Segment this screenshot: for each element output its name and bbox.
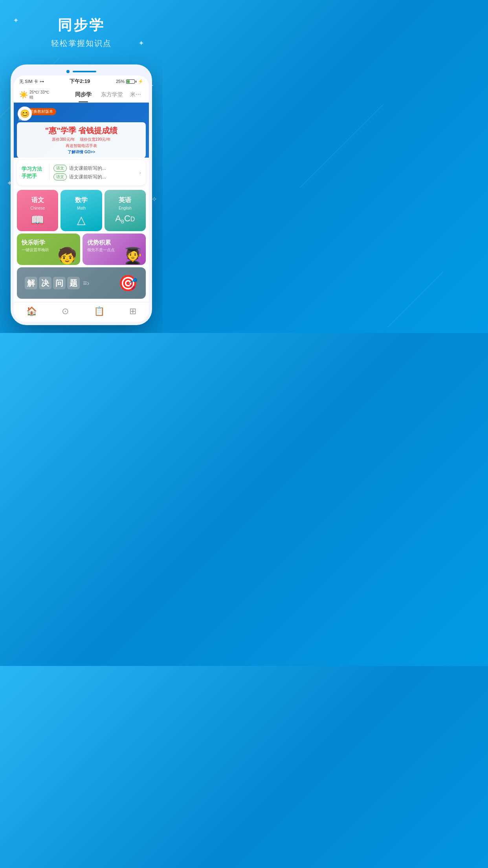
promo-title: "惠"学季 省钱提成绩 bbox=[22, 125, 141, 136]
nav-tabs-bar: ☀️ 26℃/ 33℃ 晴 同步学 东方学堂 米⋯ bbox=[14, 87, 149, 103]
features-grid: 快乐听学 一键设置早晚听 🧒 优势积累 领先不是一点点 🧑‍🎓 bbox=[14, 234, 149, 267]
math-subject-icon: △ bbox=[77, 213, 86, 226]
target-icon: 🎯 bbox=[118, 274, 138, 292]
nav-scan[interactable]: ⊙ bbox=[62, 306, 69, 316]
nav-notes[interactable]: 📋 bbox=[94, 306, 105, 316]
problem-solving-card[interactable]: 解 决 问 题 ≡› 🎯 bbox=[17, 267, 146, 299]
carrier-label: 无 SIM 卡 bbox=[19, 79, 38, 85]
feature-listen-card[interactable]: 快乐听学 一键设置早晚听 🧒 bbox=[17, 234, 80, 265]
promo-price-info: 原价380元/年 现价仅需199元/年 bbox=[22, 137, 141, 142]
math-name-zh: 数学 bbox=[75, 196, 88, 204]
subject-math-card[interactable]: 数学 Math △ bbox=[61, 190, 102, 231]
charging-icon: ⚡ bbox=[138, 79, 143, 84]
problem-char-3: 问 bbox=[53, 277, 66, 289]
nav-grid[interactable]: ⊞ bbox=[129, 306, 136, 316]
promo-extra: 再送智能电话手表 bbox=[22, 143, 141, 149]
phone-mockup: 无 SIM 卡 ⊶ 下午2:19 25% ⚡ bbox=[11, 64, 152, 325]
promo-cta[interactable]: 了解详情 GO>> bbox=[22, 149, 141, 155]
status-right: 25% ⚡ bbox=[116, 79, 143, 84]
current-price: 现价仅需199元/年 bbox=[80, 137, 111, 142]
feature-advantage-card[interactable]: 优势积累 领先不是一点点 🧑‍🎓 bbox=[83, 234, 146, 265]
problem-chars: 解 决 问 题 ≡› bbox=[25, 277, 90, 289]
weather-temp: 26℃/ 33℃ bbox=[29, 90, 49, 95]
header: 同步学 轻松掌握知识点 bbox=[0, 0, 163, 57]
phone-notch bbox=[14, 70, 149, 73]
subjects-grid: 语文 Chinese 📖 数学 Math △ 英语 English ABCD bbox=[14, 188, 149, 234]
notch-dot-active bbox=[66, 70, 70, 73]
problem-char-4: 题 bbox=[67, 277, 80, 289]
advantage-character-icon: 🧑‍🎓 bbox=[123, 246, 143, 265]
chinese-name-en: Chinese bbox=[30, 206, 45, 210]
main-tabs: 同步学 东方学堂 米⋯ bbox=[70, 87, 143, 102]
subject-badge-1: 语文 bbox=[53, 165, 67, 172]
original-price: 原价380元/年 bbox=[52, 137, 75, 142]
subject-english-card[interactable]: 英语 English ABCD bbox=[105, 190, 146, 231]
advantage-title: 优势积累 bbox=[87, 239, 141, 246]
wifi-icon: ⊶ bbox=[40, 79, 44, 84]
subject-chinese-card[interactable]: 语文 Chinese 📖 bbox=[17, 190, 58, 231]
study-arrow-icon: › bbox=[139, 169, 141, 176]
study-item-2[interactable]: 语文 语文课前听写的... bbox=[53, 173, 135, 181]
tab-sync-learn[interactable]: 同步学 bbox=[70, 87, 96, 102]
battery-percent: 25% bbox=[116, 79, 125, 84]
tab-mi[interactable]: 米⋯ bbox=[128, 87, 143, 102]
bottom-navigation: 🏠 ⊙ 📋 ⊞ bbox=[14, 302, 149, 322]
listen-title: 快乐听学 bbox=[22, 239, 75, 246]
tab-dongfang[interactable]: 东方学堂 bbox=[96, 87, 128, 102]
problem-arrow-decoration: ≡› bbox=[83, 277, 90, 289]
english-name-zh: 英语 bbox=[119, 196, 131, 204]
study-divider bbox=[49, 165, 50, 180]
weather-sun-icon: ☀️ bbox=[19, 90, 28, 99]
sparkle-6: ✧ bbox=[151, 195, 157, 204]
time-display: 下午2:19 bbox=[70, 78, 90, 85]
study-method-label: 学习方法 手把手 bbox=[22, 166, 45, 180]
notes-icon: 📋 bbox=[94, 306, 105, 316]
weather-widget: ☀️ 26℃/ 33℃ 晴 bbox=[19, 90, 49, 100]
weather-condition: 晴 bbox=[29, 95, 49, 100]
scan-icon: ⊙ bbox=[62, 306, 69, 316]
study-item-text-1: 语文课前听写的... bbox=[69, 165, 106, 172]
grid-icon: ⊞ bbox=[129, 306, 136, 316]
chinese-name-zh: 语文 bbox=[31, 196, 44, 204]
user-avatar: 😊 bbox=[18, 107, 32, 121]
chinese-subject-icon: 📖 bbox=[31, 213, 44, 226]
notch-bar bbox=[73, 71, 96, 72]
app-title: 同步学 bbox=[8, 16, 155, 35]
english-subject-icon: ABCD bbox=[115, 213, 135, 224]
home-icon: 🏠 bbox=[26, 306, 37, 316]
study-item-1[interactable]: 语文 语文课前听写的... bbox=[53, 164, 135, 173]
english-name-en: English bbox=[119, 206, 132, 210]
nav-home[interactable]: 🏠 bbox=[26, 306, 37, 316]
battery-icon bbox=[126, 79, 136, 84]
status-bar: 无 SIM 卡 ⊶ 下午2:19 25% ⚡ bbox=[14, 75, 149, 87]
promo-content: "惠"学季 省钱提成绩 原价380元/年 现价仅需199元/年 再送智能电话手表… bbox=[17, 122, 146, 158]
promo-banner[interactable]: 😊 点这里换教材版本 雨欣 "惠"学季 省钱提成绩 原价380元/年 现价仅需1… bbox=[14, 103, 149, 158]
phone-screen: 无 SIM 卡 ⊶ 下午2:19 25% ⚡ bbox=[14, 75, 149, 322]
study-items-list: 语文 语文课前听写的... 语文 语文课前听写的... bbox=[53, 164, 135, 181]
app-subtitle: 轻松掌握知识点 bbox=[8, 38, 155, 49]
status-left: 无 SIM 卡 ⊶ bbox=[19, 79, 44, 85]
subject-badge-2: 语文 bbox=[53, 173, 67, 180]
weather-info: 26℃/ 33℃ 晴 bbox=[29, 90, 49, 100]
study-method-card[interactable]: 学习方法 手把手 语文 语文课前听写的... 语文 语文课前听写的... › bbox=[17, 160, 146, 185]
study-item-text-2: 语文课前听写的... bbox=[69, 174, 106, 180]
math-name-en: Math bbox=[77, 206, 86, 210]
problem-char-2: 决 bbox=[39, 277, 51, 289]
listen-character-icon: 🧒 bbox=[57, 246, 77, 265]
problem-char-1: 解 bbox=[25, 277, 37, 289]
